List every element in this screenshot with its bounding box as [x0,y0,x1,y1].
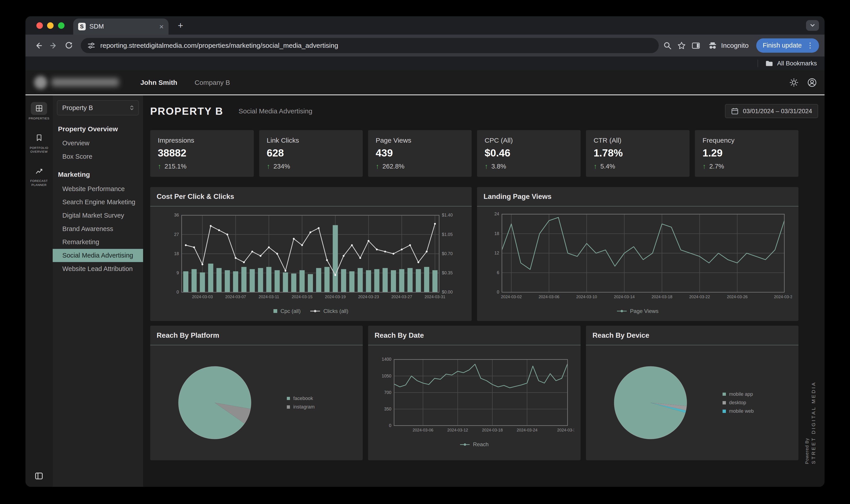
svg-text:18: 18 [494,231,499,236]
legend-item: facebook [287,396,315,401]
svg-text:$0.70: $0.70 [442,251,453,256]
sidebar-item-overview[interactable]: Overview [53,137,143,150]
cpc-clicks-chart: 09182736$0.00$0.35$0.70$1.05$1.402024-03… [157,210,465,303]
sidebar-item-social-media-advertising[interactable]: Social Media Advertising [53,249,143,262]
sidebar-item-box-score[interactable]: Box Score [53,150,143,163]
kpi-change: ↑5.4% [594,162,682,170]
svg-text:12: 12 [494,250,499,255]
chart-legend: Page Views [477,303,798,319]
svg-text:2024-03-06: 2024-03-06 [539,295,559,299]
user-account-icon[interactable] [807,78,817,88]
kpi-value: 1.78% [594,147,682,159]
reload-button[interactable] [61,38,76,53]
svg-text:36: 36 [174,213,179,217]
finish-update-button[interactable]: Finish update ⋮ [756,38,819,52]
user-name-link[interactable]: John Smith [140,79,177,86]
trend-up-icon: ↑ [267,162,270,170]
theme-toggle-sun-icon[interactable] [789,78,798,87]
svg-text:2024-03-23: 2024-03-23 [358,295,379,299]
landing-page-views-chart: 061218242024-03-022024-03-062024-03-1020… [484,210,792,303]
legend-swatch-icon [723,393,726,396]
chart-legend: mobile appdesktopmobile web [723,391,754,414]
rail-item-forecast-planner[interactable]: FORECAST PLANNER [25,163,52,188]
legend-swatch-icon [273,309,277,313]
all-bookmarks-label[interactable]: All Bookmarks [777,60,817,67]
nav-heading-marketing: Marketing [53,163,143,182]
cpc-clicks-panel: Cost Per Click & Clicks 09182736$0.00$0.… [150,187,472,321]
legend-label: Clicks (all) [323,308,348,314]
sidebar-item-website-lead-attribution[interactable]: Website Lead Attribution [53,262,143,275]
landing-page-views-panel: Landing Page Views 061218242024-03-02202… [477,187,798,321]
reach-by-date-chart: 0350700105014002024-03-062024-03-122024-… [375,355,574,436]
kpi-row: Impressions 38882 ↑215.1% Link Clicks 62… [150,130,798,177]
legend-swatch-icon [287,406,290,409]
browser-tab[interactable]: S SDM × [73,19,168,35]
date-range-value: 03/01/2024 – 03/31/2024 [743,108,812,115]
bookmark-star-icon[interactable] [677,41,686,50]
rail-item-portfolio-overview[interactable]: PORTFOLIO OVERVIEW [25,130,52,155]
zoom-window-button[interactable] [58,22,65,29]
svg-text:2024-03-31: 2024-03-31 [557,428,574,432]
kpi-card-link-clicks: Link Clicks 628 ↑234% [259,130,363,177]
sidebar-item-brand-awareness[interactable]: Brand Awareness [53,222,143,235]
search-icon[interactable] [663,41,672,50]
toolbar-actions: Incognito Finish update ⋮ [663,38,819,52]
url-text[interactable]: reporting.streetdigitalmedia.com/propert… [100,42,338,49]
minimize-window-button[interactable] [47,22,54,29]
rail-item-label: PORTFOLIO OVERVIEW [26,146,52,154]
tab-close-icon[interactable]: × [159,23,164,30]
trend-up-icon: ↑ [158,162,161,170]
kpi-card-cpc: CPC (All) $0.46 ↑3.8% [477,130,581,177]
finish-update-label: Finish update [763,42,802,49]
browser-menu-icon[interactable]: ⋮ [803,41,817,50]
logo-mark [34,76,47,89]
legend-item: Clicks (all) [310,308,348,314]
portfolio-icon [31,131,47,144]
forward-button[interactable] [46,38,61,53]
new-tab-button[interactable]: + [174,19,187,32]
desktop-background: S SDM × + reporting [0,0,850,504]
back-button[interactable] [31,38,46,53]
property-selector[interactable]: Property B [57,100,139,115]
chart-title: Reach By Date [375,331,424,340]
charts-row-1: Cost Per Click & Clicks 09182736$0.00$0.… [150,187,798,321]
chart-title: Reach By Platform [157,331,219,340]
nav-heading-property-overview: Property Overview [53,118,143,137]
kpi-change: ↑3.8% [485,162,573,170]
svg-text:1400: 1400 [382,357,391,362]
rail-item-properties[interactable]: PROPERTIES [25,101,52,122]
rail-item-label: PROPERTIES [29,116,49,120]
tab-search-button[interactable] [806,20,819,31]
sidebar-item-digital-market-survey[interactable]: Digital Market Survey [53,209,143,222]
site-settings-icon[interactable] [87,41,95,50]
reach-by-date-panel: Reach By Date 0350700105014002024-03-062… [368,326,581,460]
collapse-sidebar-icon[interactable] [35,472,43,480]
company-link[interactable]: Company B [195,79,230,86]
incognito-icon [708,42,717,49]
incognito-label: Incognito [721,42,749,49]
address-bar[interactable]: reporting.streetdigitalmedia.com/propert… [81,38,659,53]
charts-row-2: Reach By Platform facebookinstagram Reac… [150,326,798,460]
side-panel-icon[interactable] [691,41,701,50]
sidebar-item-search-engine-marketing[interactable]: Search Engine Marketing [53,196,143,209]
kpi-change: ↑234% [267,162,355,170]
legend-line-marker-icon [310,309,320,313]
svg-text:2024-03-11: 2024-03-11 [258,295,279,299]
kpi-change: ↑2.7% [703,162,791,170]
rail-item-label: FORECAST PLANNER [26,179,52,187]
svg-text:2024-03-02: 2024-03-02 [501,295,522,299]
chart-legend: Reach [368,436,581,453]
tab-favicon-icon: S [78,23,86,30]
icon-rail: PROPERTIES PORTFOLIO OVERVIEW FORECAST P… [25,95,52,487]
legend-line-marker-icon [617,309,627,313]
date-range-picker[interactable]: 03/01/2024 – 03/31/2024 [725,104,818,118]
svg-text:$0.35: $0.35 [442,270,453,275]
legend-label: mobile app [729,391,753,397]
sidebar-item-remarketing[interactable]: Remarketing [53,235,143,249]
close-window-button[interactable] [36,22,43,29]
svg-text:2024-03-31: 2024-03-31 [774,295,792,299]
legend-label: desktop [729,400,746,406]
svg-text:$1.05: $1.05 [442,232,453,237]
svg-text:2024-03-27: 2024-03-27 [391,295,412,299]
sidebar-item-website-performance[interactable]: Website Performance [53,182,143,196]
